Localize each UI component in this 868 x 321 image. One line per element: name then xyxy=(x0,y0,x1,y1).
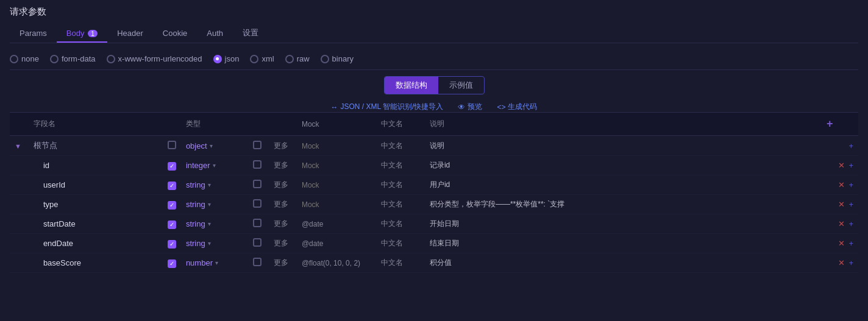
import-link[interactable]: ↔ JSON / XML 智能识别/快捷导入 xyxy=(331,102,444,112)
add-field-icon[interactable]: + xyxy=(848,219,853,228)
array-checkbox[interactable] xyxy=(253,180,261,188)
mock-input[interactable] xyxy=(302,220,371,228)
cn-name[interactable]: 中文名 xyxy=(381,258,403,267)
more-button[interactable]: 更多 xyxy=(271,199,291,209)
btn-example-value[interactable]: 示例值 xyxy=(438,77,484,94)
btn-data-structure[interactable]: 数据结构 xyxy=(385,77,438,94)
type-label: string xyxy=(186,200,205,209)
radio-raw[interactable]: raw xyxy=(285,54,310,63)
delete-field-icon[interactable]: ✕ xyxy=(838,258,845,267)
section-title: 请求参数 xyxy=(10,6,858,18)
array-checkbox[interactable] xyxy=(253,199,261,208)
required-checkbox[interactable] xyxy=(168,220,176,229)
tab-settings[interactable]: 设置 xyxy=(233,24,268,43)
add-root-field-btn[interactable]: + xyxy=(827,118,833,130)
description[interactable]: 记录id xyxy=(430,161,450,169)
array-checkbox[interactable] xyxy=(253,160,261,169)
add-field-icon[interactable]: + xyxy=(848,258,853,267)
type-select[interactable]: string▾ xyxy=(186,180,243,189)
field-name[interactable]: baseScore xyxy=(43,258,81,267)
chevron-down-icon: ▾ xyxy=(208,220,211,227)
more-button[interactable]: 更多 xyxy=(271,141,291,150)
required-checkbox[interactable] xyxy=(168,240,176,249)
radio-xml[interactable]: xml xyxy=(250,54,274,63)
description[interactable]: 积分类型，枚举字段——**枚举值**: `支撑 xyxy=(430,200,564,208)
array-checkbox[interactable] xyxy=(253,219,261,227)
field-name[interactable]: userId xyxy=(43,180,65,189)
description[interactable]: 结束日期 xyxy=(430,239,459,247)
required-checkbox[interactable] xyxy=(168,259,176,268)
add-field-icon[interactable]: + xyxy=(848,141,853,150)
type-label: number xyxy=(186,258,213,267)
more-button[interactable]: 更多 xyxy=(271,238,291,248)
cn-name[interactable]: 中文名 xyxy=(381,219,403,228)
array-checkbox[interactable] xyxy=(253,258,261,266)
required-checkbox[interactable] xyxy=(168,141,176,149)
cn-name[interactable]: 中文名 xyxy=(381,180,403,189)
tab-body-badge: 1 xyxy=(88,30,98,37)
cn-name[interactable]: 中文名 xyxy=(381,141,403,150)
description[interactable]: 开始日期 xyxy=(430,219,459,228)
delete-field-icon[interactable]: ✕ xyxy=(838,239,845,248)
mock-input[interactable] xyxy=(302,142,371,150)
type-select[interactable]: number▾ xyxy=(186,258,243,267)
tab-body[interactable]: Body 1 xyxy=(57,25,107,43)
tab-params[interactable]: Params xyxy=(10,25,57,43)
delete-field-icon[interactable]: ✕ xyxy=(838,180,845,189)
field-name[interactable]: startDate xyxy=(43,219,76,228)
row-actions: ✕+ xyxy=(827,200,853,209)
more-button[interactable]: 更多 xyxy=(271,180,291,189)
array-checkbox[interactable] xyxy=(253,238,261,247)
cn-name[interactable]: 中文名 xyxy=(381,161,403,169)
type-select[interactable]: integer▾ xyxy=(186,161,243,170)
radio-form-data[interactable]: form-data xyxy=(50,54,96,63)
field-name[interactable]: id xyxy=(43,161,49,170)
preview-link[interactable]: 👁 预览 xyxy=(458,102,482,112)
required-checkbox[interactable] xyxy=(168,162,176,171)
more-button[interactable]: 更多 xyxy=(271,160,291,170)
radio-urlencoded[interactable]: x-www-form-urlencoded xyxy=(107,54,202,63)
description[interactable]: 说明 xyxy=(430,141,444,150)
add-field-icon[interactable]: + xyxy=(848,200,853,209)
radio-binary[interactable]: binary xyxy=(321,54,354,63)
mock-input[interactable] xyxy=(302,259,371,267)
tab-header[interactable]: Header xyxy=(107,25,153,43)
mock-input[interactable] xyxy=(302,200,371,209)
col-type-header: 类型 xyxy=(181,113,248,136)
radio-json[interactable]: json xyxy=(213,54,240,63)
description[interactable]: 积分值 xyxy=(430,258,452,267)
type-select[interactable]: object▾ xyxy=(186,141,243,150)
table-row: userIdstring▾更多中文名用户id✕+ xyxy=(10,175,858,195)
type-select[interactable]: string▾ xyxy=(186,200,243,209)
radio-none[interactable]: none xyxy=(10,54,39,63)
expand-arrow[interactable]: ▼ xyxy=(15,143,21,150)
add-field-icon[interactable]: + xyxy=(848,239,853,248)
row-actions: + xyxy=(827,141,853,150)
array-checkbox[interactable] xyxy=(253,141,261,149)
delete-field-icon[interactable]: ✕ xyxy=(838,200,845,209)
generate-code-link[interactable]: <> 生成代码 xyxy=(497,102,537,112)
field-name[interactable]: type xyxy=(43,200,59,209)
type-select[interactable]: string▾ xyxy=(186,239,243,248)
cn-name[interactable]: 中文名 xyxy=(381,239,403,247)
mock-input[interactable] xyxy=(302,161,371,170)
delete-field-icon[interactable]: ✕ xyxy=(838,161,845,170)
more-button[interactable]: 更多 xyxy=(271,219,291,228)
mock-input[interactable] xyxy=(302,239,371,248)
add-field-icon[interactable]: + xyxy=(848,180,853,189)
cn-name[interactable]: 中文名 xyxy=(381,200,403,208)
mock-input[interactable] xyxy=(302,181,371,189)
radio-binary-circle xyxy=(321,55,329,63)
add-field-icon[interactable]: + xyxy=(848,161,853,170)
more-button[interactable]: 更多 xyxy=(271,258,291,267)
description[interactable]: 用户id xyxy=(430,180,450,189)
required-checkbox[interactable] xyxy=(168,182,176,190)
chevron-down-icon: ▾ xyxy=(208,182,211,188)
delete-field-icon[interactable]: ✕ xyxy=(838,219,845,228)
required-checkbox[interactable] xyxy=(168,201,176,210)
field-name[interactable]: endDate xyxy=(43,239,73,248)
tab-auth[interactable]: Auth xyxy=(197,25,233,43)
tab-cookie[interactable]: Cookie xyxy=(153,25,197,43)
row-actions: ✕+ xyxy=(827,239,853,248)
type-select[interactable]: string▾ xyxy=(186,219,243,228)
